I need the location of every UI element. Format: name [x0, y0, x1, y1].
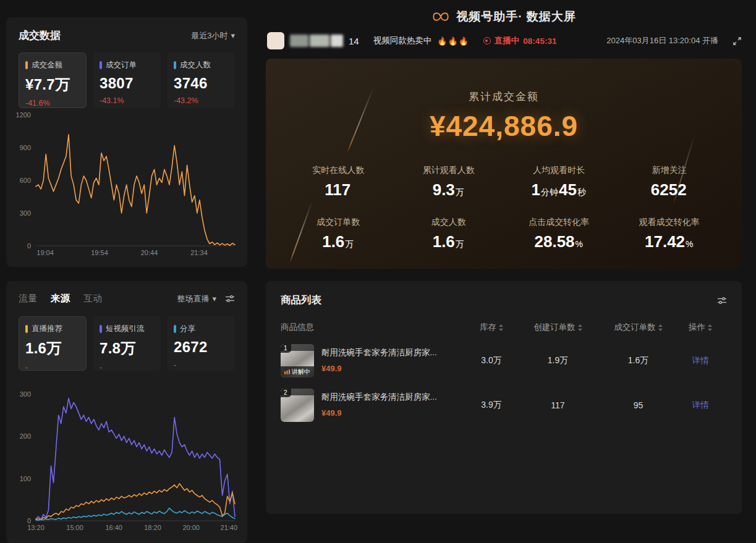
- accent-bar: [174, 325, 176, 333]
- time-range-dropdown[interactable]: 最近3小时 ▾: [191, 30, 235, 41]
- col-created-orders[interactable]: 创建订单数: [513, 322, 603, 333]
- product-name: 耐用洗碗手套家务清洁厨房家...: [321, 347, 437, 358]
- svg-text:20:44: 20:44: [141, 249, 158, 256]
- live-stats-panel: 累计成交金额 ¥424,886.9 实时在线人数 117 累计观看人数 9.3万…: [266, 59, 742, 269]
- sales-data-panel: 成交数据 最近3小时 ▾ 成交金额 ¥7.7万 -41.6% 成交订单 3807…: [6, 17, 247, 267]
- tab-traffic[interactable]: 流量: [19, 293, 37, 305]
- product-name: 耐用洗碗手套家务清洁厨房家...: [321, 392, 437, 403]
- detail-link[interactable]: 详情: [692, 400, 709, 411]
- detail-link[interactable]: 详情: [692, 355, 709, 366]
- card-value: ¥7.7万: [25, 75, 80, 95]
- metric-avg-watch-time: 人均观看时长 1分钟45秒: [504, 165, 614, 200]
- card-value: 1.6万: [25, 339, 80, 358]
- card-label: 分享: [180, 324, 195, 334]
- tab-source[interactable]: 来源: [51, 292, 70, 305]
- sales-trend-chart[interactable]: 0300600900120019:0419:5420:4421:34: [14, 109, 241, 258]
- stream-start-time: 2024年03月16日 13:20:04 开播: [606, 35, 718, 46]
- sort-icon[interactable]: [578, 324, 582, 331]
- product-row: 1 讲解中 耐用洗碗手套家务清洁厨房家... ¥49.9 3.0万 1.9万 1…: [281, 344, 727, 377]
- product-table-header: 商品信息 库存 创建订单数 成交订单数 操作: [281, 322, 727, 333]
- speaker-icon: [284, 369, 290, 374]
- anchor-name-suffix: 14: [349, 36, 359, 46]
- traffic-source-panel: 流量 来源 互动 整场直播 ▾ 直播推荐 1.6万 -: [6, 281, 247, 543]
- stock-value: 3.0万: [470, 355, 513, 366]
- deal-orders-value: 95: [603, 400, 674, 410]
- card-deal-orders[interactable]: 成交订单 3807 -43.1%: [93, 53, 161, 108]
- col-stock[interactable]: 库存: [470, 322, 513, 333]
- accent-bar: [100, 61, 102, 69]
- live-info-bar: 14 视频同款热卖中 🔥🔥🔥 直播中 08:45:31 2024年03月16日 …: [267, 31, 742, 51]
- accent-bar: [25, 325, 28, 333]
- svg-text:100: 100: [20, 475, 31, 482]
- card-live-recommend[interactable]: 直播推荐 1.6万 -: [19, 316, 87, 371]
- sort-icon[interactable]: [658, 324, 663, 331]
- live-duration: 08:45:31: [523, 36, 556, 46]
- card-value: 7.8万: [100, 339, 154, 358]
- accent-bar: [174, 61, 176, 69]
- sort-icon[interactable]: [499, 324, 503, 331]
- channels-logo-icon: [431, 10, 450, 23]
- sort-icon[interactable]: [708, 324, 712, 331]
- created-orders-value: 117: [513, 400, 603, 410]
- session-range-dropdown[interactable]: 整场直播 ▾: [177, 293, 216, 305]
- card-label: 直播推荐: [32, 324, 62, 334]
- total-gmv-label: 累计成交金额: [266, 90, 742, 104]
- metric-deal-buyers: 成交人数 1.6万: [394, 217, 504, 251]
- hot-sale-text: 视频同款热卖中: [373, 35, 432, 46]
- card-label: 成交人数: [180, 60, 211, 70]
- rank-badge: 1: [281, 344, 291, 353]
- svg-text:300: 300: [20, 390, 31, 398]
- col-product-info: 商品信息: [281, 322, 470, 333]
- card-value: 2672: [174, 339, 228, 356]
- svg-text:15:00: 15:00: [66, 524, 83, 531]
- traffic-metric-cards: 直播推荐 1.6万 - 短视频引流 7.8万 - 分享 2672 -: [19, 316, 235, 371]
- card-change: -43.2%: [174, 96, 228, 105]
- anchor-name-blurred: [290, 35, 343, 47]
- card-deal-amount[interactable]: 成交金额 ¥7.7万 -41.6%: [19, 53, 87, 108]
- svg-text:19:54: 19:54: [91, 249, 108, 256]
- product-price: ¥49.9: [321, 364, 437, 373]
- live-status-badge: 直播中 08:45:31: [483, 35, 557, 46]
- card-deal-buyers[interactable]: 成交人数 3746 -43.2%: [167, 53, 235, 108]
- card-value: 3746: [174, 75, 228, 92]
- filter-icon[interactable]: [717, 297, 727, 305]
- svg-text:20:00: 20:00: [182, 524, 200, 531]
- metric-total-viewers: 累计观看人数 9.3万: [394, 165, 504, 200]
- session-range-value: 整场直播: [177, 293, 209, 305]
- svg-text:18:20: 18:20: [144, 524, 161, 531]
- accent-bar: [100, 325, 102, 333]
- live-dot-icon: [483, 37, 491, 44]
- svg-text:0: 0: [27, 242, 31, 250]
- chevron-down-icon: ▾: [212, 294, 216, 303]
- col-deal-orders[interactable]: 成交订单数: [603, 322, 674, 333]
- card-change: -43.1%: [100, 96, 154, 105]
- tab-interaction[interactable]: 互动: [83, 293, 102, 305]
- svg-text:1200: 1200: [16, 111, 31, 119]
- svg-text:13:20: 13:20: [27, 524, 45, 531]
- product-row: 2 耐用洗碗手套家务清洁厨房家... ¥49.9 3.9万 117 95 详情: [281, 389, 727, 422]
- fire-icons: 🔥🔥🔥: [437, 36, 469, 46]
- filter-icon[interactable]: [225, 295, 235, 303]
- traffic-trend-chart[interactable]: 010020030013:2015:0016:4018:2020:0021:40: [14, 384, 241, 533]
- metric-new-followers: 新增关注 6252: [614, 165, 725, 200]
- live-metrics-grid: 实时在线人数 117 累计观看人数 9.3万 人均观看时长 1分钟45秒 新增关…: [283, 165, 724, 251]
- card-change: -41.6%: [25, 99, 80, 107]
- metric-deal-orders: 成交订单数 1.6万: [283, 217, 394, 251]
- app-header: 视频号助手· 数据大屏: [266, 6, 742, 27]
- time-range-value: 最近3小时: [191, 30, 227, 41]
- card-short-video[interactable]: 短视频引流 7.8万 -: [93, 316, 161, 371]
- card-value: 3807: [100, 75, 154, 92]
- svg-text:19:04: 19:04: [36, 249, 54, 256]
- stock-value: 3.9万: [470, 400, 513, 411]
- product-panel-title: 商品列表: [281, 293, 321, 307]
- card-sub: -: [25, 363, 80, 372]
- metric-view-conversion: 观看成交转化率 17.42%: [614, 217, 725, 251]
- card-sub: -: [174, 361, 228, 369]
- explaining-badge: 讲解中: [281, 366, 314, 377]
- card-label: 短视频引流: [106, 324, 145, 334]
- card-share[interactable]: 分享 2672 -: [167, 316, 235, 371]
- deal-orders-value: 1.6万: [603, 355, 674, 366]
- fullscreen-icon[interactable]: [733, 36, 742, 46]
- svg-text:600: 600: [20, 177, 31, 184]
- metric-online-users: 实时在线人数 117: [283, 165, 394, 200]
